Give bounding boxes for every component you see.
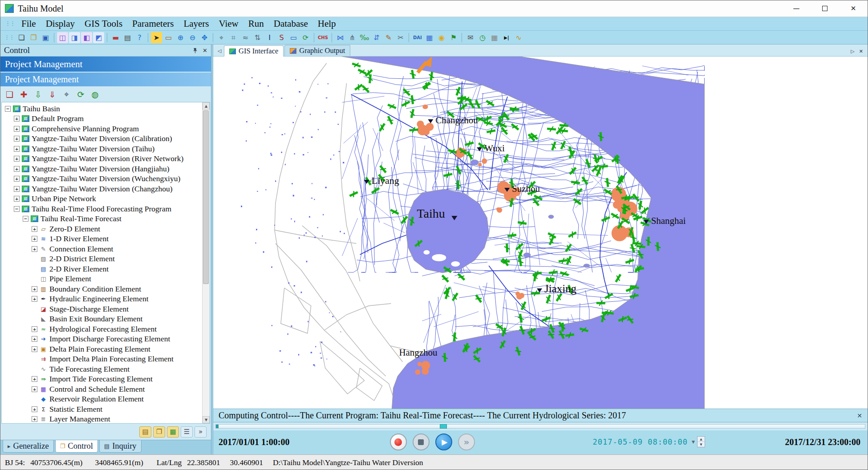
open-program-icon[interactable]: ❏ (4, 88, 16, 100)
identify-features-icon[interactable]: ⌖ (216, 32, 227, 43)
tree-item[interactable]: ▤2-D River Element (3, 264, 202, 274)
tree-item[interactable]: +▦Control and Schedule Element (3, 384, 202, 394)
tree-expander[interactable]: + (32, 406, 37, 412)
tree-expander[interactable]: − (23, 216, 28, 222)
folder-panel-icon[interactable]: ❐ (153, 426, 165, 438)
tree-item[interactable]: +➔Import Discharge Forecasting Element (3, 334, 202, 344)
timeline-thumb[interactable] (440, 424, 447, 429)
chart-output-icon[interactable]: ∿ (513, 32, 524, 43)
tree-expander[interactable]: + (32, 326, 37, 332)
tree-expander[interactable]: + (32, 236, 37, 242)
dai-panel-icon[interactable]: DAI (412, 32, 423, 43)
clip-tool-icon[interactable]: ✂ (395, 32, 406, 43)
refresh-program-icon[interactable]: ⟳ (75, 88, 87, 100)
tree-item[interactable]: −▧Taihu Real-Time Flood Forecasting Prog… (3, 204, 202, 214)
menu-item-file[interactable]: File (16, 18, 41, 29)
tree-item[interactable]: −▧Taihu Basin (3, 104, 202, 114)
tree-expander[interactable]: − (5, 106, 11, 112)
percent-tool-icon[interactable]: ‰ (359, 32, 370, 43)
italic-tool-icon[interactable]: I (264, 32, 275, 43)
list-panel-icon[interactable]: ☰ (181, 426, 193, 438)
scroll-down-icon[interactable]: ▼ (203, 416, 210, 423)
branch-tool-icon[interactable]: ⋔ (347, 32, 358, 43)
pan-icon[interactable]: ✥ (199, 32, 210, 43)
more-panels-icon[interactable]: » (195, 426, 207, 438)
tree-item[interactable]: +≈Hydrological Forecasting Element (3, 324, 202, 334)
network-join-icon[interactable]: ⋈ (335, 32, 346, 43)
tree-item[interactable]: +▧Yangtze-Taihu Water Diversion (Calibra… (3, 134, 202, 144)
map-canvas[interactable]: ChangzhouWuxiLiyangSuzhouTaihuShanghaiJi… (213, 57, 868, 409)
tree-item[interactable]: +▣Delta Plain Forecasting Element (3, 344, 202, 354)
fast-forward-button[interactable]: » (458, 434, 475, 450)
scrollbar-thumb[interactable] (203, 110, 209, 284)
tree-item[interactable]: +▧Yangtze-Taihu Water Diversion (Changzh… (3, 184, 202, 194)
play-button[interactable]: ▶ (435, 434, 452, 450)
tree-expander[interactable]: + (14, 126, 20, 132)
spline-tool-icon[interactable]: S (276, 32, 287, 43)
help-icon[interactable]: ? (134, 32, 145, 43)
chinese-switch-icon[interactable]: CHS (317, 32, 329, 43)
minimize-button[interactable]: — (782, 0, 811, 16)
menu-item-run[interactable]: Run (243, 18, 269, 29)
tree-item[interactable]: +≋1-D River Element (3, 234, 202, 244)
exchange-tool-icon[interactable]: ⇵ (371, 32, 382, 43)
scroll-up-icon[interactable]: ▲ (203, 102, 210, 109)
trace-tool-icon[interactable]: ✎ (383, 32, 394, 43)
panel-close-icon[interactable]: ✕ (203, 47, 207, 54)
world-clock-icon[interactable]: ◷ (477, 32, 488, 43)
datetime-spinner[interactable]: ▲ ▼ (697, 436, 705, 447)
tree-panel-icon[interactable]: ▦ (167, 426, 179, 438)
open-folder-icon[interactable]: ❐ (28, 32, 39, 43)
tree-item[interactable]: +▱Zero-D Element (3, 224, 202, 234)
tree-expander[interactable]: + (32, 376, 37, 382)
tree-item[interactable]: −▧Taihu Real-Time Forecast (3, 214, 202, 224)
tree-item[interactable]: +ΣStatistic Element (3, 404, 202, 414)
import-program-icon[interactable]: ⇩ (32, 88, 44, 100)
timeline-track[interactable] (215, 424, 865, 429)
project-management-header[interactable]: Project Management (0, 57, 211, 72)
tree-expander[interactable]: + (14, 186, 20, 192)
tree-item[interactable]: ◣Basin Exit Boundary Element (3, 314, 202, 324)
flow-direction-icon[interactable]: ⇅ (252, 32, 263, 43)
tree-expander[interactable]: + (32, 286, 37, 292)
tree-item[interactable]: +▧Yangtze-Taihu Water Diversion (River N… (3, 154, 202, 164)
monitor-view-icon[interactable]: ▭ (288, 32, 299, 43)
menu-item-parameters[interactable]: Parameters (127, 18, 178, 29)
tree-item[interactable]: +▧Urban Pipe Network (3, 194, 202, 204)
tree-item[interactable]: ▨2-D District Element (3, 254, 202, 264)
add-program-icon[interactable]: ✚ (18, 88, 30, 100)
tab-gis-interface[interactable]: GIS Interface (224, 45, 284, 57)
layout-a-icon[interactable]: ◫ (57, 32, 68, 43)
refresh-model-icon[interactable]: ⟳ (300, 32, 311, 43)
tree-expander[interactable]: + (14, 146, 20, 152)
project-management-subheader[interactable]: Project Management (0, 73, 211, 86)
chevron-right-icon[interactable]: ▷ (851, 49, 854, 54)
tree-expander[interactable]: + (32, 246, 37, 252)
tree-item[interactable]: ⇉Import Delta Plain Forecasting Element (3, 354, 202, 365)
tree-item[interactable]: ∿Tide Forecasting Element (3, 364, 202, 374)
spin-down-icon[interactable]: ▼ (698, 442, 705, 447)
tree-expander[interactable]: + (32, 386, 37, 392)
tree-expander[interactable]: + (14, 136, 20, 142)
grid-view-icon[interactable]: ▦ (489, 32, 500, 43)
rect-select-icon[interactable]: ▭ (163, 32, 174, 43)
tree-expander[interactable]: + (32, 346, 37, 352)
pin-icon[interactable] (192, 48, 198, 53)
edit-vertices-icon[interactable]: ⌗ (228, 32, 239, 43)
find-program-icon[interactable]: ⌖ (61, 88, 73, 100)
tree-item[interactable]: +✒Hydraulic Engineering Element (3, 294, 202, 304)
tree-expander[interactable]: + (14, 116, 20, 122)
menu-item-help[interactable]: Help (313, 18, 341, 29)
datetime-dropdown-icon[interactable]: ▼ (692, 440, 695, 444)
data-table-icon[interactable]: ▦ (424, 32, 435, 43)
menu-item-display[interactable]: Display (41, 18, 80, 29)
nav-flag-icon[interactable]: ⚑ (448, 32, 459, 43)
zoom-out-icon[interactable]: ⊖ (187, 32, 198, 43)
mail-report-icon[interactable]: ✉ (465, 32, 476, 43)
tips-bulb-icon[interactable]: ◉ (436, 32, 447, 43)
export-program-icon[interactable]: ⇓ (46, 88, 58, 100)
tree-expander[interactable]: + (14, 196, 20, 202)
tree-item[interactable]: +≣Layer Management (3, 414, 202, 424)
panel-tab-generalize[interactable]: ▸Generalize (3, 440, 54, 453)
globe-program-icon[interactable]: ◍ (89, 88, 101, 100)
